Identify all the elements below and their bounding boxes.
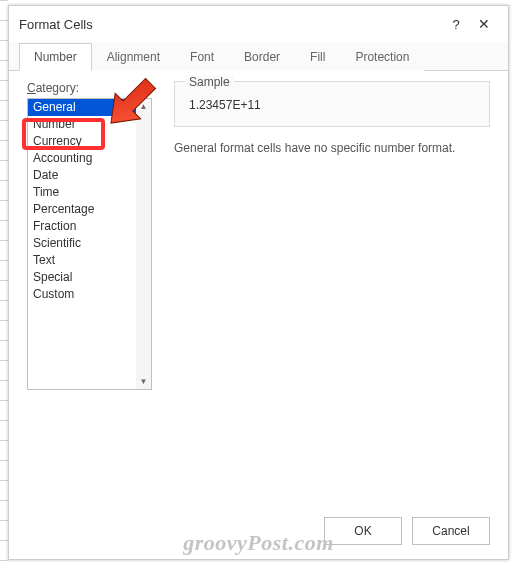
tab-bar: Number Alignment Font Border Fill Protec… <box>9 42 508 71</box>
cancel-button[interactable]: Cancel <box>412 517 490 545</box>
category-item-percentage[interactable]: Percentage <box>28 201 136 218</box>
format-description: General format cells have no specific nu… <box>174 141 490 155</box>
category-item-custom[interactable]: Custom <box>28 286 136 303</box>
dialog-title: Format Cells <box>19 17 442 32</box>
category-item-text[interactable]: Text <box>28 252 136 269</box>
category-item-scientific[interactable]: Scientific <box>28 235 136 252</box>
help-button[interactable]: ? <box>442 12 470 36</box>
titlebar: Format Cells ? ✕ <box>9 6 508 42</box>
category-listbox[interactable]: General Number Currency Accounting Date … <box>27 98 152 390</box>
sample-group: Sample 1.23457E+11 <box>174 81 490 127</box>
scroll-up-icon[interactable]: ▲ <box>136 99 151 114</box>
category-item-number[interactable]: Number <box>28 116 136 133</box>
category-item-date[interactable]: Date <box>28 167 136 184</box>
category-item-special[interactable]: Special <box>28 269 136 286</box>
category-label: Category: <box>27 81 152 95</box>
category-item-currency[interactable]: Currency <box>28 133 136 150</box>
tab-fill[interactable]: Fill <box>295 43 340 71</box>
scroll-down-icon[interactable]: ▼ <box>136 374 151 389</box>
sample-value: 1.23457E+11 <box>189 92 475 112</box>
category-item-accounting[interactable]: Accounting <box>28 150 136 167</box>
category-item-time[interactable]: Time <box>28 184 136 201</box>
ok-button[interactable]: OK <box>324 517 402 545</box>
tab-border[interactable]: Border <box>229 43 295 71</box>
tab-font[interactable]: Font <box>175 43 229 71</box>
category-scrollbar[interactable]: ▲ ▼ <box>136 99 151 389</box>
tab-alignment[interactable]: Alignment <box>92 43 175 71</box>
tab-protection[interactable]: Protection <box>340 43 424 71</box>
format-cells-dialog: Format Cells ? ✕ Number Alignment Font B… <box>8 5 509 560</box>
sample-label: Sample <box>185 75 234 89</box>
tab-number[interactable]: Number <box>19 43 92 71</box>
close-button[interactable]: ✕ <box>470 12 498 36</box>
category-item-general[interactable]: General <box>28 99 136 116</box>
category-item-fraction[interactable]: Fraction <box>28 218 136 235</box>
